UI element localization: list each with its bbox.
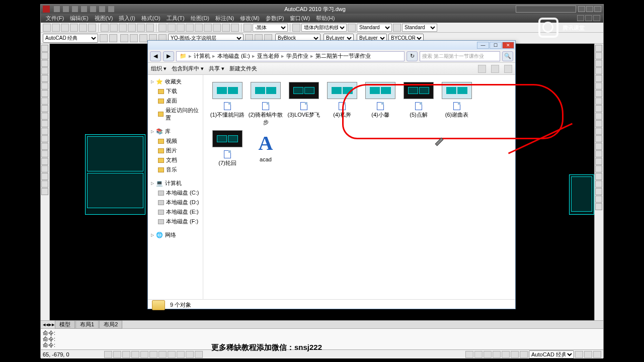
modify-tool[interactable] (595, 196, 602, 203)
model-tab[interactable]: 模型 (55, 320, 75, 329)
sidebar-item[interactable]: 本地磁盘 (E:) (148, 207, 203, 217)
status-toggle[interactable] (158, 351, 167, 358)
tool-btn[interactable] (186, 24, 194, 32)
modify-tool[interactable] (595, 188, 602, 195)
qat-btn[interactable] (90, 6, 96, 12)
status-toggle[interactable] (122, 351, 130, 358)
close-button[interactable] (594, 6, 601, 12)
modify-tool[interactable] (595, 45, 602, 52)
file-item[interactable]: (2)骑着蜗牛散步 (247, 80, 285, 128)
draw-tool[interactable] (41, 90, 48, 97)
style-select-2[interactable]: Standard (357, 24, 392, 32)
modify-tool[interactable] (595, 90, 602, 97)
menu-item[interactable]: 帮助(H) (314, 15, 337, 22)
tool-btn[interactable] (168, 24, 176, 32)
explorer-titlebar[interactable]: — ☐ ✕ (148, 41, 515, 50)
sidebar-item[interactable]: 本地磁盘 (F:) (148, 217, 203, 226)
draw-tool[interactable] (41, 173, 48, 180)
draw-tool[interactable] (41, 188, 48, 195)
modify-tool[interactable] (595, 120, 602, 127)
tool-btn[interactable] (101, 24, 109, 32)
help-search[interactable] (516, 6, 576, 13)
tool-btn[interactable] (177, 24, 185, 32)
menu-item[interactable]: 修改(M) (238, 15, 262, 22)
modify-tool[interactable] (595, 173, 602, 180)
modify-tool[interactable] (595, 180, 602, 188)
modify-tool[interactable] (595, 98, 602, 105)
qat-btn[interactable] (99, 6, 105, 12)
file-item[interactable]: (7)轮回 (208, 128, 247, 169)
draw-tool[interactable] (41, 98, 48, 105)
draw-tool[interactable] (41, 113, 48, 120)
modify-tool[interactable] (595, 113, 602, 120)
tool-btn[interactable] (110, 24, 118, 32)
status-toggle[interactable] (177, 351, 185, 358)
draw-tool[interactable] (41, 120, 48, 127)
sidebar-item[interactable]: 下载 (148, 86, 203, 96)
sidebar-item[interactable]: 本地磁盘 (C:) (148, 188, 203, 198)
modify-tool[interactable] (595, 105, 602, 112)
dimstyle-select[interactable]: 墙体内部结构线 (301, 24, 347, 32)
file-list[interactable]: (1)不懂就问路(2)骑着蜗牛散步(3)LOVE梦飞(4)私奔(4)小馨(5)点… (203, 75, 515, 299)
draw-tool[interactable] (41, 180, 48, 188)
tool-btn[interactable] (195, 24, 203, 32)
qat-btn[interactable] (63, 6, 69, 12)
qat-btn[interactable] (54, 6, 60, 12)
draw-tool[interactable] (41, 75, 48, 82)
modify-tool[interactable] (595, 75, 602, 82)
sidebar-item[interactable]: 最近访问的位置 (148, 106, 203, 123)
tool-btn[interactable] (348, 24, 356, 32)
layer-btn[interactable] (120, 34, 128, 42)
tool-btn[interactable] (231, 24, 239, 32)
qat-btn[interactable] (108, 6, 114, 12)
file-item[interactable]: (6)谢曲表 (438, 80, 476, 128)
draw-tool[interactable] (41, 158, 48, 165)
draw-tool[interactable] (41, 135, 48, 142)
style-select-3[interactable]: Standard (402, 24, 437, 32)
tool-btn[interactable] (88, 24, 96, 32)
tool-btn[interactable] (52, 24, 60, 32)
modify-tool[interactable] (595, 143, 602, 150)
sidebar-item[interactable]: 图片 (148, 146, 203, 155)
search-icon[interactable]: 🔍 (502, 51, 513, 61)
minimize-button[interactable] (578, 6, 585, 12)
tool-btn[interactable] (79, 24, 87, 32)
status-toggle[interactable] (113, 351, 121, 358)
status-toggle[interactable] (104, 351, 112, 358)
layer-btn[interactable] (130, 34, 138, 42)
menu-item[interactable]: 绘图(D) (189, 15, 211, 22)
status-toggle[interactable] (493, 351, 501, 358)
draw-tool[interactable] (41, 52, 48, 59)
tool-btn[interactable] (109, 34, 117, 42)
workspace-select[interactable]: AutoCAD 经典 (43, 34, 98, 43)
status-toggle[interactable] (195, 351, 203, 358)
sidebar-item[interactable]: 本地磁盘 (D:) (148, 198, 203, 207)
modify-tool[interactable] (595, 158, 602, 165)
modify-tool[interactable] (595, 203, 602, 210)
sidebar-item[interactable]: 桌面 (148, 96, 203, 106)
status-toggle[interactable] (474, 351, 482, 358)
menu-item[interactable]: 工具(T) (165, 15, 187, 22)
tool-btn[interactable] (393, 24, 401, 32)
status-toggle[interactable] (149, 351, 157, 358)
draw-tool[interactable] (41, 165, 48, 172)
maximize-button[interactable]: ☐ (490, 42, 502, 49)
status-toggle[interactable] (140, 351, 148, 358)
menu-item[interactable]: 窗口(W) (288, 15, 312, 22)
status-toggle[interactable] (465, 351, 473, 358)
status-toggle[interactable] (584, 351, 592, 358)
status-toggle[interactable] (511, 351, 519, 358)
draw-tool[interactable] (41, 143, 48, 150)
menu-item[interactable]: 文件(F) (44, 15, 66, 22)
font-select[interactable]: -黑体 (253, 24, 288, 32)
tool-btn[interactable] (292, 24, 300, 32)
file-item[interactable]: (5)点解 (399, 80, 438, 128)
share-menu[interactable]: 共享 ▾ (209, 65, 224, 72)
menu-item[interactable]: 参数(P) (264, 15, 286, 22)
tool-btn[interactable] (204, 24, 212, 32)
tool-btn[interactable] (43, 24, 51, 32)
status-toggle[interactable] (593, 351, 601, 358)
layout-tab[interactable]: 布局1 (75, 320, 99, 329)
layout-tab[interactable]: 布局2 (99, 320, 122, 329)
menu-item[interactable]: 格式(O) (139, 15, 163, 22)
